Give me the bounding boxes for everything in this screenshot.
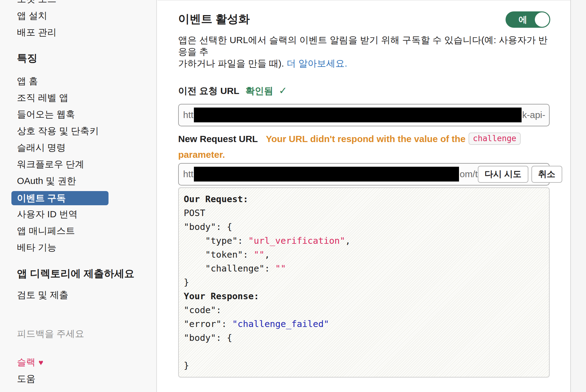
sidebar-item[interactable]: OAuth 및 권한: [17, 173, 156, 189]
code-line: Your Response:: [184, 289, 546, 303]
scrollbar-gutter[interactable]: [570, 0, 586, 392]
sidebar-section-header: 앱 디렉토리에 제출하세요: [17, 267, 143, 280]
sidebar-item[interactable]: 워크플로우 단계: [17, 156, 156, 173]
heart-icon: ♥: [39, 358, 43, 367]
challenge-error-text: Your URL didn't respond with the value o…: [266, 134, 465, 144]
sidebar-item[interactable]: 소켓 모드: [17, 0, 156, 7]
code-segment: "challenge":: [184, 263, 275, 274]
code-segment: Your Response:: [184, 291, 259, 301]
previous-url-label: 이전 요청 URL: [178, 86, 239, 96]
code-line: "code":: [184, 303, 546, 317]
code-segment: "body": {: [184, 333, 232, 343]
sidebar-item[interactable]: 사용자 ID 번역: [17, 206, 156, 223]
code-segment: ,: [345, 235, 350, 246]
code-segment: "body": {: [184, 222, 232, 232]
toggle-label: 에: [518, 11, 527, 28]
sidebar-item[interactable]: 배포 관리: [17, 24, 156, 41]
redaction-bar: [194, 167, 459, 182]
toggle-knob-icon: [535, 12, 549, 27]
verified-badge: 확인됨: [245, 86, 273, 96]
sidebar-item[interactable]: 앱 홈: [17, 73, 156, 89]
sidebar-item[interactable]: 상호 작용 및 단축키: [17, 123, 156, 139]
code-segment: ,: [264, 249, 270, 260]
sidebar-section-header: 특징: [17, 49, 156, 67]
main-panel: 이벤트 활성화 에 앱은 선택한 URL에서 슬랙의 이벤트 알림을 받기 위해…: [158, 0, 586, 392]
previous-url-input[interactable]: htt k-api-: [178, 104, 550, 126]
events-description: 앱은 선택한 URL에서 슬랙의 이벤트 알림을 받기 위해 구독할 수 있습니…: [178, 34, 550, 69]
code-line: }: [184, 276, 546, 289]
previous-url-prefix: htt: [183, 110, 193, 120]
new-url-suffix: om/t: [460, 169, 477, 179]
code-segment: Our Request:: [184, 194, 248, 204]
sidebar-item[interactable]: 앱 매니페스트: [17, 223, 156, 239]
code-line: "token": "",: [184, 248, 546, 262]
code-line: "error": "challenge_failed": [184, 317, 546, 331]
new-url-prefix: htt: [183, 169, 193, 179]
code-segment: "challenge_failed": [232, 319, 329, 329]
code-line: "type": "url_verification",: [184, 234, 546, 248]
sidebar-item[interactable]: 조직 레벨 앱: [17, 89, 156, 106]
challenge-code-pill: challenge: [469, 133, 521, 145]
description-line2: 가하거나 파일을 만들 때).: [178, 58, 287, 68]
code-segment: "code":: [184, 305, 221, 315]
sidebar-item[interactable]: 들어오는 웹훅: [17, 106, 156, 123]
code-line: Our Request:: [184, 192, 546, 206]
sidebar-item-active-label: 이벤트 구독: [11, 191, 109, 205]
cancel-button[interactable]: 취소: [531, 166, 562, 183]
retry-button[interactable]: 다시 시도: [478, 166, 528, 183]
sidebar-item[interactable]: 검토 및 제출: [17, 287, 156, 303]
code-segment: "url_verification": [248, 235, 345, 246]
redaction-bar: [194, 108, 522, 122]
events-enabled-toggle[interactable]: 에: [506, 11, 550, 28]
learn-more-link[interactable]: 더 알아보세요.: [287, 58, 347, 68]
previous-url-row: 이전 요청 URL 확인됨 ✓: [178, 85, 586, 96]
code-line: "challenge": "": [184, 262, 546, 276]
challenge-error-tail: parameter.: [178, 149, 550, 161]
code-segment: "type":: [184, 235, 248, 246]
sidebar: 소켓 모드앱 설치배포 관리특징앱 홈조직 레벨 앱들어오는 웹훅상호 작용 및…: [0, 0, 157, 392]
code-line: "body": {: [184, 331, 546, 345]
sidebar-item[interactable]: 베타 기능: [17, 239, 156, 256]
new-request-url-input[interactable]: htt om/t 다시 시도 취소: [178, 163, 550, 186]
description-line1: 앱은 선택한 URL에서 슬랙의 이벤트 알림을 받기 위해 구독할 수 있습니…: [178, 35, 547, 57]
code-segment: "token":: [184, 249, 254, 260]
code-line: "body": {: [184, 220, 546, 234]
code-line: POST: [184, 206, 546, 220]
code-segment: }: [184, 360, 189, 371]
new-request-label: New Request URL: [178, 134, 258, 144]
code-segment: }: [184, 277, 189, 288]
code-segment: "": [275, 263, 286, 274]
verification-code-block: Our Request:POST"body": { "type": "url_v…: [178, 187, 550, 378]
sidebar-item[interactable]: 슬랙♥: [17, 354, 156, 370]
sidebar-item[interactable]: 이벤트 구독: [17, 189, 156, 206]
code-segment: POST: [184, 208, 205, 218]
code-line: }: [184, 359, 546, 373]
check-icon: ✓: [279, 85, 287, 96]
code-segment: "error":: [184, 319, 232, 329]
code-line: [184, 345, 546, 359]
sidebar-item[interactable]: 피드백을 주세요: [17, 325, 156, 342]
previous-url-suffix: k-api-: [522, 110, 545, 120]
new-request-row: New Request URLYour URL didn't respond w…: [178, 133, 550, 161]
code-segment: "": [254, 249, 264, 260]
sidebar-item[interactable]: 도움: [17, 370, 156, 387]
sidebar-item[interactable]: 앱 설치: [17, 7, 156, 24]
sidebar-item[interactable]: 슬래시 명령: [17, 139, 156, 156]
